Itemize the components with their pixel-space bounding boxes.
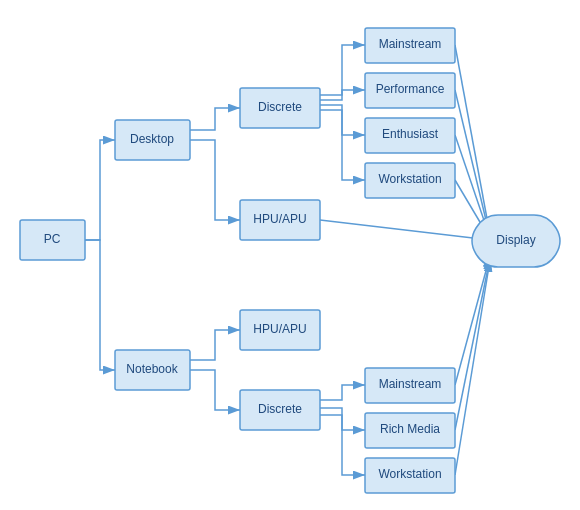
- diagram: PC Desktop Notebook Discrete HPU/APU HPU…: [0, 0, 580, 510]
- workstation1-label: Workstation: [378, 172, 441, 186]
- mainstream2-label: Mainstream: [379, 377, 442, 391]
- hpu-apu2-label: HPU/APU: [253, 322, 306, 336]
- notebook-label: Notebook: [126, 362, 178, 376]
- pc-label: PC: [44, 232, 61, 246]
- performance-label: Performance: [376, 82, 445, 96]
- discrete1-label: Discrete: [258, 100, 302, 114]
- svg-line-1: [320, 220, 490, 240]
- discrete2-label: Discrete: [258, 402, 302, 416]
- desktop-label: Desktop: [130, 132, 174, 146]
- hpu-apu1-label: HPU/APU: [253, 212, 306, 226]
- enthusiast-label: Enthusiast: [382, 127, 439, 141]
- svg-line-3: [455, 90, 490, 237]
- mainstream1-label: Mainstream: [379, 37, 442, 51]
- svg-line-7: [455, 258, 490, 430]
- display-label: Display: [496, 233, 535, 247]
- workstation2-label: Workstation: [378, 467, 441, 481]
- svg-line-2: [455, 45, 490, 235]
- richmedia-label: Rich Media: [380, 422, 440, 436]
